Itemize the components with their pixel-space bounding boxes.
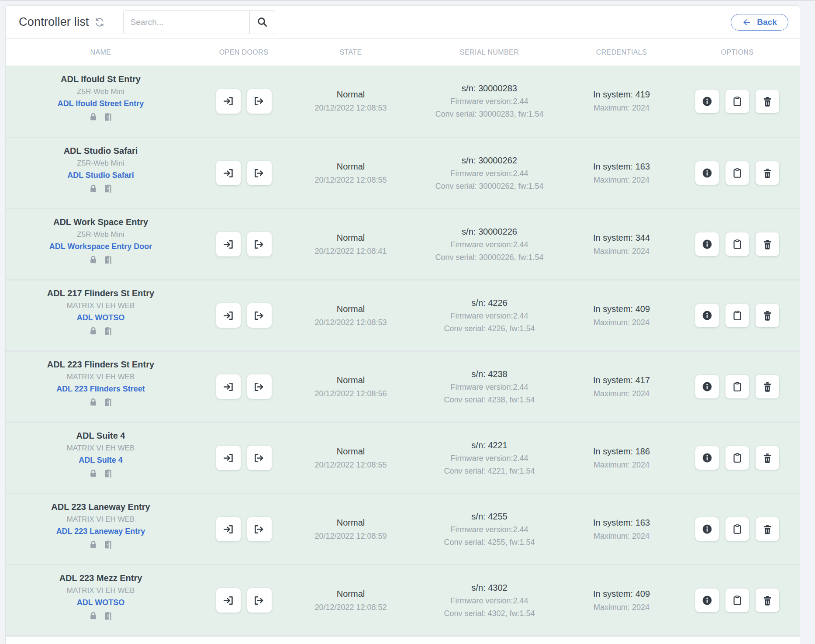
lock-icon: [88, 611, 98, 621]
copy-button[interactable]: [725, 161, 749, 185]
state-value: Normal: [337, 447, 365, 457]
open-door-out-button[interactable]: [247, 374, 272, 399]
serial-cell: s/n: 4238 Firmware version:2.44 Conv ser…: [410, 352, 569, 422]
trash-icon: [762, 452, 773, 464]
clipboard-icon: [732, 167, 743, 179]
delete-button[interactable]: [756, 161, 779, 185]
topbar: Controller list: [6, 6, 800, 39]
sign-out-icon: [253, 239, 265, 250]
copy-button[interactable]: [725, 304, 749, 327]
open-door-out-button[interactable]: [247, 303, 272, 328]
controller-model: MATRIX VI EH WEB: [67, 373, 135, 381]
copy-button[interactable]: [725, 232, 749, 256]
controller-door-link[interactable]: ADL 223 Laneway Entry: [56, 527, 145, 536]
sign-in-icon: [222, 595, 234, 606]
info-button[interactable]: [695, 304, 719, 327]
info-button[interactable]: [695, 161, 719, 185]
credentials-in-system: In system: 163: [593, 162, 650, 172]
controller-door-link[interactable]: ADL WOTSO: [77, 598, 125, 607]
info-icon: [701, 239, 713, 250]
firmware-version: Firmware version:2.44: [450, 169, 528, 178]
credentials-maximum: Maximum: 2024: [594, 460, 649, 470]
info-button[interactable]: [695, 517, 719, 541]
serial-number: s/n: 30000262: [462, 156, 517, 166]
controller-name: ADL 223 Mezz Entry: [59, 573, 142, 583]
controller-name: ADL Ifould St Entry: [61, 74, 141, 84]
firmware-version: Firmware version:2.44: [450, 97, 528, 106]
controller-door-link[interactable]: ADL Workspace Entry Door: [49, 242, 152, 251]
state-cell: Normal 20/12/2022 12:08:53: [292, 280, 410, 350]
open-door-out-button[interactable]: [247, 89, 272, 114]
name-cell: ADL Ifould St Entry Z5R-Web Mini ADL Ifo…: [6, 66, 196, 137]
state-timestamp: 20/12/2022 12:08:52: [314, 603, 387, 612]
controller-list-panel: Controller list: [5, 5, 800, 644]
copy-button[interactable]: [725, 446, 749, 470]
copy-button[interactable]: [725, 517, 749, 541]
refresh-icon[interactable]: [94, 17, 105, 28]
open-door-in-button[interactable]: [216, 232, 241, 256]
open-door-in-button[interactable]: [216, 374, 241, 399]
copy-button[interactable]: [725, 90, 749, 113]
credentials-cell: In system: 417 Maximum: 2024: [569, 352, 674, 422]
column-header-credentials: CREDENTIALS: [569, 39, 674, 66]
state-timestamp: 20/12/2022 12:08:55: [314, 460, 387, 470]
delete-button[interactable]: [756, 90, 779, 113]
copy-button[interactable]: [725, 589, 749, 612]
options-cell: [674, 66, 800, 137]
back-button[interactable]: Back: [731, 14, 788, 31]
info-button[interactable]: [695, 90, 719, 113]
search-input[interactable]: [124, 11, 249, 34]
door-open-icon: [103, 325, 114, 336]
trash-icon: [762, 239, 773, 250]
clipboard-icon: [732, 595, 743, 606]
controller-door-link[interactable]: ADL Studio Safari: [67, 171, 134, 180]
open-door-in-button[interactable]: [216, 89, 241, 114]
name-status-icons: [88, 397, 114, 408]
open-door-out-button[interactable]: [247, 232, 272, 256]
open-door-in-button[interactable]: [216, 446, 241, 470]
delete-button[interactable]: [756, 517, 779, 541]
open-door-out-button[interactable]: [247, 161, 272, 185]
open-door-in-button[interactable]: [216, 303, 241, 328]
open-doors-cell: [196, 565, 292, 635]
controller-name: ADL 217 Flinders St Entry: [47, 288, 154, 298]
open-door-out-button[interactable]: [247, 517, 272, 541]
delete-button[interactable]: [756, 232, 779, 256]
controller-door-link[interactable]: ADL WOTSO: [77, 313, 125, 322]
state-cell: Normal 20/12/2022 12:08:52: [292, 565, 410, 635]
column-header-name: NAME: [6, 39, 196, 66]
open-door-in-button[interactable]: [216, 588, 241, 613]
lock-icon: [88, 397, 98, 407]
lock-icon: [88, 184, 98, 194]
info-button[interactable]: [695, 589, 719, 612]
copy-button[interactable]: [725, 375, 749, 398]
delete-button[interactable]: [756, 304, 779, 327]
open-door-in-button[interactable]: [216, 517, 241, 541]
sign-in-icon: [222, 381, 234, 393]
trash-icon: [762, 595, 773, 606]
search-button[interactable]: [249, 11, 275, 34]
open-door-out-button[interactable]: [247, 446, 272, 470]
credentials-in-system: In system: 344: [593, 233, 650, 243]
name-status-icons: [88, 325, 114, 336]
delete-button[interactable]: [756, 446, 779, 470]
info-button[interactable]: [695, 446, 719, 470]
controller-model: MATRIX VI EH WEB: [67, 586, 135, 595]
controller-door-link[interactable]: ADL Ifould Street Entry: [58, 99, 144, 108]
info-icon: [701, 381, 713, 392]
controller-door-link[interactable]: ADL Suite 4: [79, 456, 123, 465]
open-door-in-button[interactable]: [216, 161, 241, 185]
credentials-in-system: In system: 186: [593, 447, 650, 457]
state-value: Normal: [337, 90, 365, 100]
delete-button[interactable]: [756, 589, 779, 612]
delete-button[interactable]: [756, 375, 779, 398]
controller-door-link[interactable]: ADL 223 Flinders Street: [56, 384, 145, 394]
info-button[interactable]: [695, 232, 719, 256]
info-button[interactable]: [695, 375, 719, 398]
converter-serial: Conv serial: 4255, fw:1.54: [444, 538, 535, 547]
open-doors-cell: [196, 209, 292, 279]
door-open-icon: [103, 183, 114, 194]
info-icon: [701, 96, 713, 107]
open-door-out-button[interactable]: [247, 588, 272, 613]
firmware-version: Firmware version:2.44: [450, 596, 528, 606]
